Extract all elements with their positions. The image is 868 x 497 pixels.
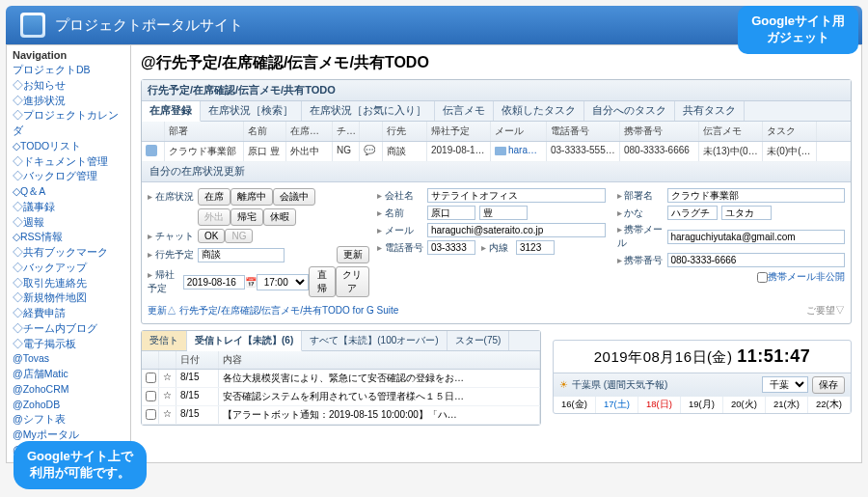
kana1-input[interactable]: [667, 206, 718, 220]
mobile-mail-input[interactable]: [667, 230, 846, 244]
sidebar-item-3[interactable]: ◇プロジェクトカレンダ: [13, 108, 124, 139]
grid-row[interactable]: クラウド事業部 原口 豊 外出中 NG 💬 商談 2019-08-1… hara…: [142, 142, 851, 162]
sidebar-item-11[interactable]: ◇共有ブックマーク: [13, 245, 124, 261]
sidebar-item-5[interactable]: ◇ドキュメント管理: [13, 154, 124, 170]
user-icon: [146, 145, 157, 156]
sidebar-item-6[interactable]: ◇バックログ管理: [13, 169, 124, 184]
calendar-icon[interactable]: 📅: [245, 277, 257, 288]
presence-panel: 行先予定/在席確認/伝言メモ/共有TODO 在席登録在席状況［検索］在席状況［お…: [141, 79, 852, 324]
clock: 2019年08月16日(金) 11:51:47: [554, 341, 851, 373]
sidebar-item-7[interactable]: ◇Q＆A: [13, 184, 124, 200]
sidebar: Navigation プロジェクトDB◇お知らせ◇進捗状況◇プロジェクトカレンダ…: [6, 44, 131, 463]
sidebar-item-22[interactable]: @シフト表: [13, 412, 124, 428]
main-content: @行先予定/在席確認/伝言メモ/共有TODO 行先予定/在席確認/伝言メモ/共有…: [131, 44, 862, 463]
inbox-tab-0[interactable]: 受信トレイ【未読】(6): [187, 331, 302, 351]
callout-bottom-left: Googleサイト上で利用が可能です。: [14, 441, 147, 489]
sidebar-item-19[interactable]: @店舗Matic: [13, 367, 124, 382]
sidebar-item-16[interactable]: ◇チーム内ブログ: [13, 321, 124, 337]
name2-input[interactable]: [479, 206, 528, 220]
sidebar-item-0[interactable]: プロジェクトDB: [13, 63, 124, 78]
weather-save[interactable]: 保存: [812, 376, 845, 394]
sidebar-item-18[interactable]: @Tovas: [13, 351, 124, 367]
app-title: プロジェクトポータルサイト: [55, 16, 243, 35]
update-link[interactable]: 更新△ 行先予定/在席確認/伝言メモ/共有TODO for G Suite ご要…: [148, 304, 845, 318]
tab-bar: 在席登録在席状況［検索］在席状況［お気に入り］伝言メモ依頼したタスク自分へのタス…: [142, 101, 851, 122]
sidebar-item-8[interactable]: ◇議事録: [13, 200, 124, 215]
mail-icon: [495, 147, 506, 155]
callout-top-right: Googleサイト用ガジェット: [738, 6, 858, 54]
sidebar-item-13[interactable]: ◇取引先連絡先: [13, 276, 124, 291]
sidebar-item-4[interactable]: ◇TODOリスト: [13, 139, 124, 154]
logo-icon: [20, 13, 45, 38]
return-time-select[interactable]: 17:00: [257, 274, 309, 290]
status-update: 自分の在席状況更新 在席状況 在席 離席中 会議中 外出 帰宅 休暇: [142, 162, 851, 323]
chat-icon: 💬: [360, 142, 383, 161]
tab-3[interactable]: 伝言メモ: [435, 101, 494, 121]
sidebar-item-21[interactable]: @ZohoDB: [13, 398, 124, 413]
sidebar-item-15[interactable]: ◇経費申請: [13, 306, 124, 321]
inbox-tab-2[interactable]: スター(75): [448, 331, 510, 350]
name1-input[interactable]: [427, 206, 475, 220]
app-header: プロジェクトポータルサイト: [6, 6, 862, 44]
btn-ok[interactable]: OK: [198, 229, 225, 243]
tab-2[interactable]: 在席状況［お気に入り］: [302, 101, 435, 121]
sun-icon: ☀: [559, 379, 568, 390]
btn-zaiseki[interactable]: 在席: [198, 188, 231, 206]
btn-clear[interactable]: クリア: [336, 266, 369, 297]
tab-1[interactable]: 在席状況［検索］: [201, 101, 302, 121]
inbox-row[interactable]: ☆8/15各位大規模災害により、緊急にて安否確認の登録をお…: [142, 370, 540, 388]
mobile-tel-input[interactable]: [667, 253, 846, 267]
mobile-private-check[interactable]: [757, 272, 768, 283]
inbox-panel: 受信ト 受信トレイ【未読】(6)すべて【未読】(100オーバー)スター(75) …: [141, 330, 541, 426]
btn-kyuka[interactable]: 休暇: [263, 208, 296, 226]
inbox-tab-left[interactable]: 受信ト: [142, 331, 187, 350]
inbox-row[interactable]: ☆8/15【アラートボット通知：2019-08-15 10:00:00】「ハ…: [142, 406, 540, 425]
btn-update[interactable]: 更新: [337, 246, 369, 263]
tel-input[interactable]: [427, 240, 475, 255]
btn-rishitsu[interactable]: 離席中: [231, 188, 273, 206]
page-title: @行先予定/在席確認/伝言メモ/共有TODO: [141, 53, 852, 73]
inbox-tab-1[interactable]: すべて【未読】(100オーバー): [302, 331, 447, 350]
btn-chokki[interactable]: 直帰: [309, 266, 336, 297]
company-input[interactable]: [427, 188, 606, 203]
sidebar-item-12[interactable]: ◇バックアップ: [13, 261, 124, 276]
sidebar-item-2[interactable]: ◇進捗状況: [13, 94, 124, 109]
sidebar-item-9[interactable]: ◇週報: [13, 215, 124, 231]
sidebar-item-1[interactable]: ◇お知らせ: [13, 78, 124, 94]
btn-ng[interactable]: NG: [225, 229, 253, 243]
sidebar-heading: Navigation: [13, 49, 124, 61]
btn-gaishutsu[interactable]: 外出: [198, 208, 231, 226]
sidebar-item-14[interactable]: ◇新規物件地図: [13, 290, 124, 306]
sidebar-item-20[interactable]: @ZohoCRM: [13, 382, 124, 398]
tab-6[interactable]: 共有タスク: [675, 101, 745, 121]
tab-4[interactable]: 依頼したタスク: [494, 101, 584, 121]
mail-input[interactable]: [427, 223, 606, 237]
tab-0[interactable]: 在席登録: [142, 101, 201, 122]
status-update-title: 自分の在席状況更新: [142, 162, 851, 182]
grid-header: 部署名前在席状況チ…行先帰社予定メール電話番号携帯番号伝言メモタスク: [142, 122, 851, 142]
clock-weather-panel: 2019年08月16日(金) 11:51:47 ☀千葉県 (週間天気予報) 千葉…: [553, 340, 852, 414]
return-date-input[interactable]: [183, 275, 245, 290]
btn-kaigi[interactable]: 会議中: [273, 188, 315, 206]
btn-kitaku[interactable]: 帰宅: [231, 208, 263, 226]
sidebar-item-10[interactable]: ◇RSS情報: [13, 230, 124, 245]
panel-title: 行先予定/在席確認/伝言メモ/共有TODO: [142, 80, 851, 101]
dept-input[interactable]: [667, 188, 846, 203]
sidebar-item-17[interactable]: ◇電子掲示板: [13, 337, 124, 352]
inbox-row[interactable]: ☆8/15安否確認システムを利用されている管理者様へ１５日…: [142, 388, 540, 406]
ext-input[interactable]: [516, 240, 555, 255]
dest-input[interactable]: [198, 248, 285, 262]
kana2-input[interactable]: [721, 206, 772, 220]
task-icon: [811, 146, 817, 157]
region-select[interactable]: 千葉: [762, 376, 808, 393]
tab-5[interactable]: 自分へのタスク: [584, 101, 675, 121]
